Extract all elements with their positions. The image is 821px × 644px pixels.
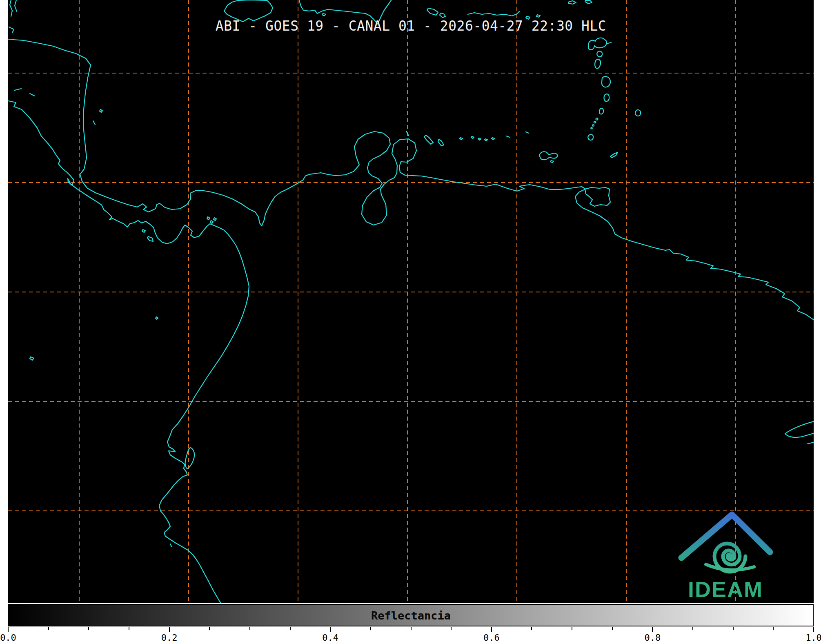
coastline-layer [8, 0, 814, 603]
coastline-southeast [785, 421, 814, 444]
colorbar-minor-tick [129, 627, 129, 630]
colorbar-ticks [8, 627, 814, 633]
colorbar-tick-label: 0.8 [645, 633, 661, 643]
colorbar-tick-labels: 0.00.20.40.60.81.0 [8, 633, 814, 644]
coastline-pacific [8, 101, 249, 603]
coastline-mainland-caribbean [8, 39, 814, 320]
colorbar-major-tick [652, 627, 653, 632]
colorbar-tick-label: 0.2 [161, 633, 178, 643]
image-title: ABI - GOES 19 - CANAL 01 - 2026-04-27 22… [8, 18, 814, 34]
colorbar-minor-tick [411, 627, 412, 630]
colorbar-minor-tick [48, 627, 49, 630]
colorbar-minor-tick [572, 627, 572, 630]
colorbar-minor-tick [733, 627, 734, 630]
colorbar-tick-label: 0.4 [322, 633, 338, 643]
colorbar-major-tick [491, 627, 492, 632]
ideam-logo: IDEAM [681, 515, 770, 602]
colorbar: Reflectancia [8, 604, 814, 626]
colorbar-minor-tick [692, 627, 693, 630]
coastline-venezuela-islands [406, 131, 557, 163]
colorbar-tick-label: 0.6 [483, 633, 500, 643]
grid-layer [8, 0, 814, 603]
colorbar-tick-label: 1.0 [805, 633, 821, 643]
colorbar-minor-tick [370, 627, 371, 630]
map-canvas: IDEAM [8, 0, 814, 603]
satellite-image-figure: IDEAM ABI - GOES 19 - CANAL 01 - 2026-04… [0, 0, 821, 644]
colorbar-minor-tick [773, 627, 774, 630]
colorbar-major-tick [8, 627, 9, 632]
colorbar-minor-tick [612, 627, 613, 630]
coastline-small-islands [15, 89, 216, 546]
logo-wordmark: IDEAM [688, 577, 763, 602]
colorbar-tick-label: 0.0 [0, 633, 16, 643]
colorbar-major-tick [169, 627, 170, 632]
colorbar-label: Reflectancia [9, 605, 813, 627]
colorbar-minor-tick [451, 627, 452, 630]
colorbar-major-tick [330, 627, 331, 632]
colorbar-minor-tick [209, 627, 210, 630]
colorbar-minor-tick [531, 627, 532, 630]
colorbar-minor-tick [249, 627, 250, 630]
colorbar-major-tick [813, 627, 814, 632]
colorbar-minor-tick [88, 627, 89, 630]
colorbar-minor-tick [290, 627, 291, 630]
